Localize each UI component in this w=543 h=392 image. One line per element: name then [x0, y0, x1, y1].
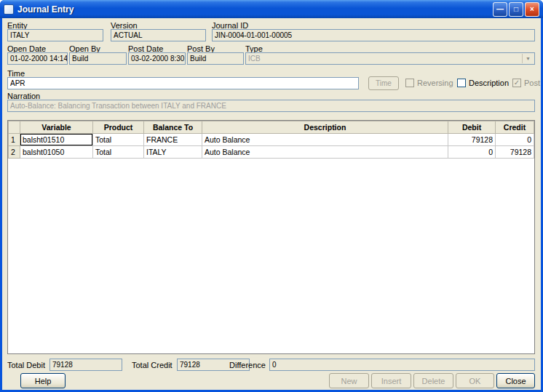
cell-credit[interactable]: 79128 [496, 146, 534, 159]
table-row: 1 balsht01510 Total FRANCE Auto Balance … [9, 134, 534, 146]
window-title: Journal Entry [17, 4, 74, 15]
description-checkbox[interactable]: Description [457, 78, 509, 87]
description-checkbox-box[interactable] [457, 79, 466, 87]
col-header-product: Product [93, 121, 144, 134]
help-button[interactable]: Help [20, 373, 66, 388]
cell-variable[interactable]: balsht01050 [20, 146, 93, 159]
close-button[interactable]: Close [496, 373, 535, 388]
close-icon[interactable]: × [525, 2, 539, 17]
row-selector[interactable]: 1 [9, 134, 20, 146]
col-header-balance-to: Balance To [144, 121, 202, 134]
post-by-field: Build [187, 52, 244, 65]
entity-field: ITALY [7, 29, 103, 41]
maximize-icon[interactable]: □ [509, 2, 523, 17]
cell-description[interactable]: Auto Balance [202, 134, 448, 146]
total-credit-label: Total Credit [132, 361, 173, 369]
narration-field: Auto-Balance: Balancing Transaction betw… [7, 100, 535, 112]
post-checkbox: ✓ Post [512, 78, 540, 87]
open-date-field: 01-02-2000 14:14:2 [7, 52, 68, 65]
col-header-debit: Debit [448, 121, 496, 134]
row-selector[interactable]: 2 [9, 146, 20, 159]
cell-credit[interactable]: 0 [496, 134, 534, 146]
cell-product[interactable]: Total [93, 134, 144, 146]
type-value: ICB [248, 55, 261, 63]
total-debit-field: 79128 [49, 359, 122, 371]
difference-field: 0 [269, 359, 535, 371]
cell-product[interactable]: Total [93, 146, 144, 159]
cell-balance-to[interactable]: ITALY [144, 146, 202, 159]
minimize-icon[interactable]: — [493, 2, 507, 17]
description-checkbox-label: Description [469, 79, 509, 87]
type-combobox: ICB ▼ [245, 52, 535, 65]
cell-debit[interactable]: 79128 [448, 134, 496, 146]
journal-lines-grid: Variable Product Balance To Description … [7, 120, 535, 354]
cell-balance-to[interactable]: FRANCE [144, 134, 202, 146]
table-row: 2 balsht01050 Total ITALY Auto Balance 0… [9, 146, 534, 159]
chevron-down-icon: ▼ [522, 54, 534, 63]
col-header-credit: Credit [496, 121, 534, 134]
post-checkbox-box: ✓ [512, 79, 521, 87]
total-debit-label: Total Debit [7, 361, 45, 369]
cell-variable[interactable]: balsht01510 [20, 134, 93, 146]
col-header-description: Description [202, 121, 448, 134]
grid-corner [9, 121, 20, 134]
difference-label: Difference [229, 361, 266, 369]
grid-header-row: Variable Product Balance To Description … [9, 121, 534, 134]
version-field: ACTUAL [111, 29, 206, 41]
titlebar[interactable]: Journal Entry — □ × [0, 0, 543, 18]
dialog-content: Entity Version Journal ID ITALY ACTUAL J… [2, 18, 541, 390]
journal-id-field: JIN-0004-01-001-00005 [212, 29, 535, 41]
reversing-checkbox-box [405, 79, 414, 87]
time-field[interactable]: APR [7, 77, 359, 89]
open-by-field: Build [69, 52, 127, 65]
time-button: Time [368, 76, 399, 90]
delete-button: Delete [413, 373, 453, 388]
journal-entry-icon [4, 4, 14, 15]
insert-button: Insert [371, 373, 411, 388]
post-checkbox-label: Post [524, 79, 540, 87]
col-header-variable: Variable [20, 121, 93, 134]
journal-entry-window: Journal Entry — □ × Entity Version Journ… [0, 0, 543, 392]
new-button: New [329, 373, 369, 388]
cell-debit[interactable]: 0 [448, 146, 496, 159]
ok-button: OK [456, 373, 494, 388]
reversing-checkbox: Reversing [405, 78, 453, 87]
post-date-field: 03-02-2000 8:30:04 [128, 52, 186, 65]
reversing-checkbox-label: Reversing [417, 79, 453, 87]
cell-description[interactable]: Auto Balance [202, 146, 448, 159]
